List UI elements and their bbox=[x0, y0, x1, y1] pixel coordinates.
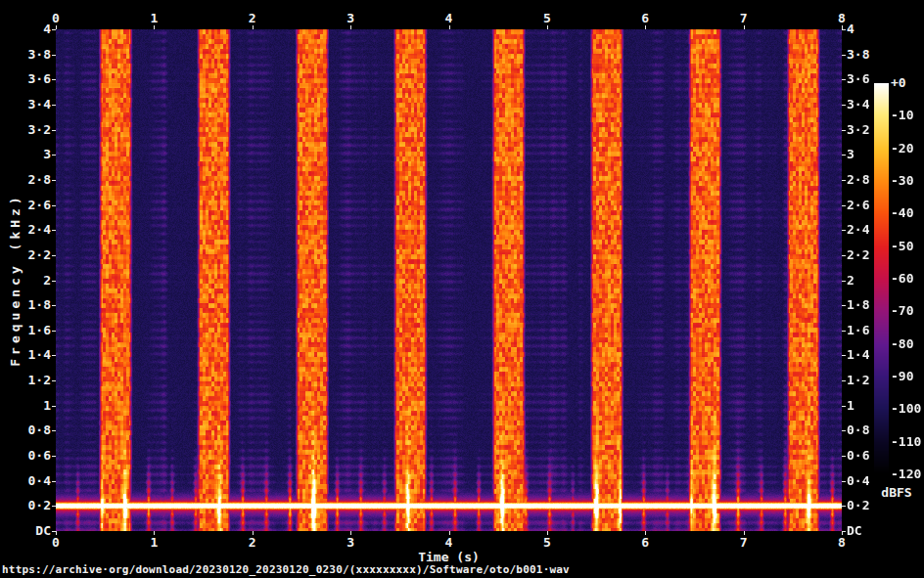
colorbar-tick-label: -60 bbox=[891, 272, 924, 286]
y-tick-label-right: 2·2 bbox=[847, 248, 890, 262]
colorbar-tick-label: -10 bbox=[891, 109, 924, 122]
y-tick-label-left: 2·8 bbox=[0, 173, 51, 187]
tick-mark bbox=[449, 531, 450, 535]
y-tick-label-left: 2·2 bbox=[0, 248, 51, 262]
y-tick-label-left: 1 bbox=[0, 399, 51, 413]
tick-mark bbox=[52, 130, 56, 131]
x-tick-label-top: 7 bbox=[730, 12, 758, 25]
tick-mark bbox=[52, 105, 56, 106]
tick-mark bbox=[350, 531, 351, 535]
colorbar-tick-label: -30 bbox=[891, 174, 924, 188]
tick-mark bbox=[52, 406, 56, 407]
colorbar-tick-label: -90 bbox=[891, 370, 924, 383]
y-tick-label-right: 3 bbox=[847, 148, 890, 161]
tick-mark bbox=[842, 79, 846, 80]
y-tick-label-left: 3 bbox=[0, 148, 51, 161]
y-tick-label-left: 0·4 bbox=[0, 474, 51, 488]
y-tick-label-right: 1 bbox=[847, 399, 890, 413]
tick-mark bbox=[842, 230, 846, 231]
tick-mark bbox=[52, 180, 56, 181]
tick-mark bbox=[52, 29, 56, 30]
tick-mark bbox=[842, 506, 846, 507]
tick-mark bbox=[842, 380, 846, 381]
y-tick-label-right: 0·8 bbox=[847, 423, 890, 437]
y-tick-label-right: 3·6 bbox=[847, 72, 890, 86]
y-tick-label-left: 2·6 bbox=[0, 199, 51, 212]
x-tick-label-bottom: 2 bbox=[239, 536, 266, 550]
source-file-title: https://archive·org/download/20230120_20… bbox=[2, 563, 570, 577]
x-tick-label-top: 2 bbox=[239, 12, 266, 25]
x-tick-label-bottom: 5 bbox=[533, 536, 561, 550]
tick-mark bbox=[842, 481, 846, 482]
tick-mark bbox=[842, 155, 846, 156]
tick-mark bbox=[842, 29, 846, 30]
tick-mark bbox=[154, 25, 155, 29]
y-tick-label-left: 3·8 bbox=[0, 48, 51, 62]
spectrogram-heatmap-canvas bbox=[56, 29, 842, 531]
x-tick-label-top: 3 bbox=[337, 12, 364, 25]
colorbar-tick-label: -40 bbox=[891, 206, 924, 220]
tick-mark bbox=[52, 531, 56, 532]
y-tick-label-right: 2·4 bbox=[847, 223, 890, 237]
tick-mark bbox=[52, 380, 56, 381]
y-tick-label-right: 2 bbox=[847, 274, 890, 288]
tick-mark bbox=[52, 205, 56, 206]
x-tick-label-top: 1 bbox=[140, 12, 167, 25]
tick-mark bbox=[56, 25, 57, 29]
tick-mark bbox=[52, 456, 56, 457]
colorbar-tick-label: +0 bbox=[891, 76, 924, 90]
y-tick-label-left: 0·8 bbox=[0, 423, 51, 437]
y-tick-label-right: 1·6 bbox=[847, 324, 890, 337]
y-tick-label-right: 0·4 bbox=[847, 474, 890, 488]
y-tick-label-right: 1·4 bbox=[847, 348, 890, 362]
tick-mark bbox=[52, 305, 56, 306]
tick-mark bbox=[842, 105, 846, 106]
tick-mark bbox=[52, 481, 56, 482]
tick-mark bbox=[52, 506, 56, 507]
spectrogram-chart: Time (s) Frequency (kHz) dBFS https://ar… bbox=[0, 0, 924, 578]
tick-mark bbox=[744, 25, 745, 29]
tick-mark bbox=[449, 25, 450, 29]
y-tick-label-right: 2·6 bbox=[847, 199, 890, 212]
y-tick-label-right: DC bbox=[847, 524, 890, 538]
tick-mark bbox=[842, 430, 846, 431]
tick-mark bbox=[52, 155, 56, 156]
y-tick-label-right: 4 bbox=[847, 22, 890, 36]
tick-mark bbox=[744, 531, 745, 535]
tick-mark bbox=[842, 355, 846, 356]
tick-mark bbox=[842, 305, 846, 306]
x-tick-label-bottom: 4 bbox=[436, 536, 463, 550]
tick-mark bbox=[52, 255, 56, 256]
tick-mark bbox=[645, 25, 646, 29]
x-tick-label-bottom: 8 bbox=[828, 536, 855, 550]
tick-mark bbox=[52, 281, 56, 282]
y-tick-label-left: 2 bbox=[0, 274, 51, 288]
colorbar-unit-label: dBFS bbox=[867, 486, 924, 500]
colorbar-tick-label: -80 bbox=[891, 337, 924, 351]
y-tick-label-right: 3·2 bbox=[847, 123, 890, 137]
x-tick-label-top: 4 bbox=[436, 12, 463, 25]
x-tick-label-bottom: 7 bbox=[730, 536, 758, 550]
y-tick-label-left: 1·2 bbox=[0, 374, 51, 387]
tick-mark bbox=[842, 281, 846, 282]
tick-mark bbox=[547, 25, 548, 29]
tick-mark bbox=[52, 79, 56, 80]
tick-mark bbox=[52, 55, 56, 56]
y-tick-label-left: 4 bbox=[0, 22, 51, 36]
tick-mark bbox=[842, 531, 846, 532]
colorbar-tick-label: -110 bbox=[891, 435, 924, 449]
y-tick-label-left: 1·6 bbox=[0, 324, 51, 337]
y-tick-label-left: 3·4 bbox=[0, 98, 51, 111]
y-tick-label-left: 3·6 bbox=[0, 72, 51, 86]
tick-mark bbox=[253, 531, 254, 535]
x-tick-label-bottom: 6 bbox=[631, 536, 659, 550]
y-tick-label-right: 0·2 bbox=[847, 499, 890, 512]
tick-mark bbox=[842, 456, 846, 457]
x-tick-label-bottom: 3 bbox=[337, 536, 364, 550]
tick-mark bbox=[52, 230, 56, 231]
tick-mark bbox=[842, 55, 846, 56]
tick-mark bbox=[842, 331, 846, 332]
tick-mark bbox=[645, 531, 646, 535]
x-tick-label-bottom: 1 bbox=[140, 536, 167, 550]
y-tick-label-right: 1·2 bbox=[847, 374, 890, 387]
